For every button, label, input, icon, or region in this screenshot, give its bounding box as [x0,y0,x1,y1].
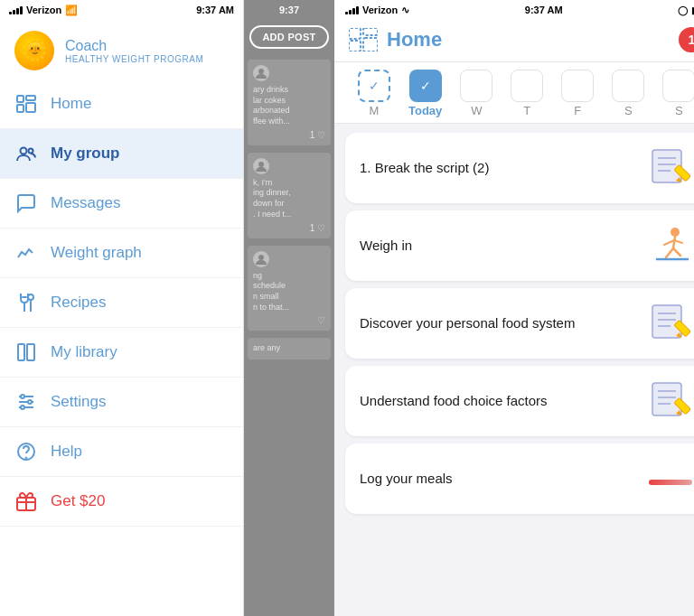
right-status-icons: ◯ ▮▮▮ [678,5,694,15]
sidebar-item-recipes-label: Recipes [51,294,106,312]
middle-status-bar: 9:37 [244,0,334,18]
carrier-label: Verizon [26,5,61,15]
post-avatar [253,65,269,81]
svg-rect-7 [22,296,27,298]
svg-rect-30 [652,150,681,182]
svg-point-5 [29,149,33,154]
svg-rect-0 [17,96,23,102]
notification-badge[interactable]: 1 [679,27,694,52]
post-2-heart: 1 ♡ [253,223,325,233]
sidebar-item-home[interactable]: Home [0,79,243,129]
task-4-icon [648,378,693,424]
task-card-4[interactable]: Understand food choice factors [345,366,694,436]
tasks-list: 1. Break the script (2) Weigh in [334,124,694,616]
week-tab-today-check-icon: ✓ [420,79,431,93]
post-avatar-2 [253,158,269,174]
week-tab-today-label: Today [408,104,442,117]
svg-point-16 [28,400,32,404]
svg-rect-49 [652,383,681,415]
svg-point-15 [21,395,24,398]
week-tab-s2-label: S [675,104,683,117]
messages-icon [14,191,38,215]
middle-post-2[interactable]: k, I'ming dinner,down for. I need t... 1… [248,153,331,238]
svg-point-19 [26,458,27,459]
svg-rect-11 [27,344,34,360]
wifi-icon: 📶 [65,5,78,16]
week-tab-t1[interactable]: T [502,66,552,123]
task-2-text: Weigh in [360,237,648,255]
sidebar-item-settings-label: Settings [51,393,106,411]
right-time: 9:37 AM [525,5,563,15]
right-header-left: Home [349,28,442,51]
svg-point-8 [28,294,33,300]
sidebar-item-settings[interactable]: Settings [0,378,243,427]
task-card-3[interactable]: Discover your personal food system [345,288,694,359]
post-avatar-3 [253,251,269,267]
task-1-icon [648,145,693,191]
task-5-text: Log your meals [360,470,648,488]
middle-post-1[interactable]: ary drinkslar cokesarbonatedffee with...… [248,60,331,145]
sidebar-item-get-20-label: Get $20 [51,492,106,510]
sidebar-item-my-group-label: My group [51,145,120,163]
task-card-2[interactable]: Weigh in [345,210,694,281]
sidebar-item-my-library[interactable]: My library [0,328,243,378]
week-tab-f[interactable]: F [552,66,603,123]
task-card-1[interactable]: 1. Break the script (2) [345,133,694,203]
svg-line-39 [673,248,680,256]
week-tab-s1[interactable]: S [603,66,653,123]
svg-point-25 [258,255,264,260]
middle-post-4[interactable]: are any [248,338,331,359]
coach-info: Coach HEALTHY WEIGHT PROGRAM [65,38,203,64]
post-avatar-row-3 [253,251,325,267]
svg-rect-3 [26,103,35,112]
right-header: Home 1 [334,18,694,62]
coach-section[interactable]: 🌞 Coach HEALTHY WEIGHT PROGRAM [0,18,243,79]
sidebar-item-weight-graph[interactable]: Weight graph [0,229,243,278]
post-avatar-row-2 [253,158,325,174]
sidebar-item-my-group[interactable]: My group [0,129,243,179]
svg-line-38 [666,248,673,257]
right-wifi-icon: ∿ [401,5,409,16]
coach-subtitle: HEALTHY WEIGHT PROGRAM [65,54,203,64]
task-2-icon [648,223,693,268]
bluetooth-icon: ◯ [678,5,688,15]
task-3-icon [648,301,693,346]
right-status-left: Verizon ∿ [345,5,409,16]
sidebar-item-messages-label: Messages [51,194,120,212]
middle-posts: ary drinkslar cokesarbonatedffee with...… [244,56,334,616]
svg-line-40 [664,240,674,245]
sidebar-item-help-label: Help [51,443,82,461]
week-tab-t1-check [511,70,543,102]
gift-icon [14,490,38,513]
svg-line-37 [673,237,675,248]
svg-point-17 [21,406,24,409]
week-tab-s1-label: S [624,104,633,117]
week-tab-t1-label: T [523,104,530,117]
task-card-5[interactable]: Log your meals [345,443,694,514]
post-1-heart: 1 ♡ [253,130,325,140]
sidebar-item-get-20[interactable]: Get $20 [0,477,243,527]
svg-rect-27 [349,41,361,51]
sidebar-item-recipes[interactable]: Recipes [0,278,243,328]
sidebar-item-help[interactable]: Help [0,427,243,477]
week-tab-m-label: M [370,104,380,117]
week-tab-s2[interactable]: S [653,66,694,123]
week-tab-m-check-icon: ✓ [369,79,380,93]
right-signal-bars-icon [345,6,359,14]
week-tab-w[interactable]: W [451,66,502,123]
week-tabs: ✓ M ✓ Today W T F S [334,62,694,124]
week-tab-today[interactable]: ✓ Today [399,66,451,123]
week-tab-m[interactable]: ✓ M [349,66,399,123]
week-tab-today-check: ✓ [409,70,442,102]
post-1-text: ary drinkslar cokesarbonatedffee with... [253,85,325,127]
week-tab-s1-check [612,70,644,102]
week-tab-s2-check [662,70,694,102]
add-post-button[interactable]: ADD POST [249,25,329,49]
task-1-text: 1. Break the script (2) [360,159,648,177]
middle-post-3[interactable]: ngschedulen smalln to that... ♡ [248,246,331,331]
group-icon [14,142,38,165]
sidebar-item-home-label: Home [51,95,91,113]
sidebar-item-weight-graph-label: Weight graph [51,244,142,262]
left-status-bar: Verizon 📶 9:37 AM [0,0,243,18]
sidebar-item-messages[interactable]: Messages [0,179,243,229]
